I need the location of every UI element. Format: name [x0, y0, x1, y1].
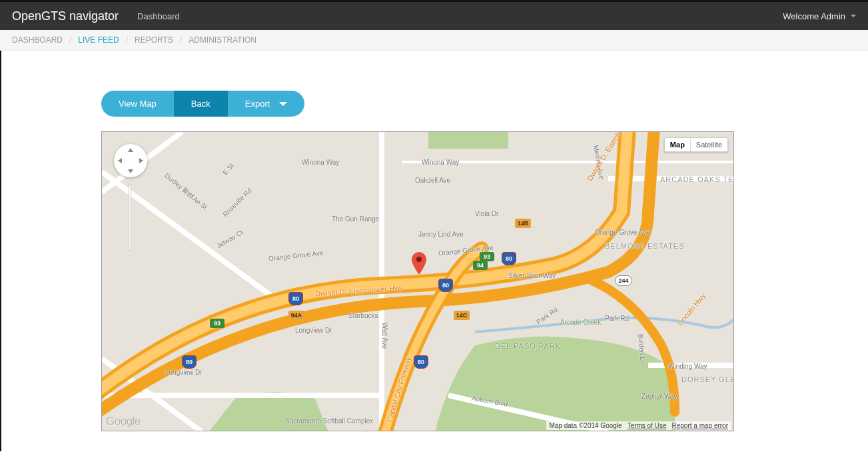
map-type-switcher: Map Satellite	[664, 137, 728, 152]
map-type-satellite[interactable]: Satellite	[691, 138, 727, 151]
shield-94: 94	[473, 261, 488, 270]
action-pillbar: View Map Back Export	[101, 91, 304, 117]
label-zephyr: Zephyr Way	[642, 393, 677, 400]
pan-control[interactable]	[114, 144, 147, 177]
top-navbar: OpenGTS navigator Dashboard Welcome Admi…	[0, 0, 868, 30]
shield-94a: 94A	[288, 311, 304, 320]
map-marker-icon[interactable]	[412, 252, 426, 275]
shield-i80-5: 80	[414, 355, 428, 369]
area-del-paso: DEL PASO PARK	[495, 342, 555, 350]
label-longview2: Longview Dr	[165, 369, 203, 376]
label-softball: Sacramento Softball Complex	[285, 417, 373, 425]
report-link[interactable]: Report a map error	[672, 422, 728, 429]
export-label: Export	[245, 99, 270, 109]
area-belmont: BELMONT ESTATES	[605, 242, 665, 250]
label-park2: Park Rd	[605, 315, 629, 322]
label-winding: Winding Way	[668, 363, 707, 370]
welcome-label: Welcome Admin	[783, 11, 845, 21]
shield-i80-4: 80	[182, 355, 197, 369]
crumb-administration[interactable]: ADMINISTRATION	[189, 35, 256, 45]
crumb-reports[interactable]: REPORTS	[135, 35, 173, 45]
label-watt: Watt Ave	[381, 323, 388, 349]
shield-i80-2: 80	[502, 252, 516, 265]
label-creek: Arcade Creek	[560, 319, 601, 326]
chevron-down-icon	[279, 102, 287, 106]
label-oakdell: Oakdell Ave	[415, 177, 450, 184]
map-canvas[interactable]: Map Satellite Winona Way Winona Way Oakd…	[101, 131, 734, 431]
map-data-text: Map data ©2014 Google	[549, 422, 622, 429]
pan-south-icon[interactable]	[128, 169, 133, 173]
export-button[interactable]: Export	[228, 91, 305, 117]
back-button[interactable]: Back	[174, 91, 228, 117]
welcome-user-dropdown[interactable]: Welcome Admin	[783, 11, 856, 21]
brand[interactable]: OpenGTS navigator	[12, 9, 119, 23]
label-silver: Silver Spur Way	[508, 272, 556, 279]
shield-14b: 14B	[515, 219, 531, 228]
google-logo: Google	[106, 415, 141, 428]
pan-west-icon[interactable]	[118, 158, 122, 163]
nav-dashboard[interactable]: Dashboard	[137, 11, 180, 21]
svg-point-3	[416, 257, 422, 262]
caret-down-icon	[851, 15, 856, 17]
label-winona-1: Winona Way	[302, 159, 339, 166]
shield-i80-3: 80	[288, 292, 303, 305]
breadcrumb: DASHBOARD / LIVE FEED / REPORTS / ADMINI…	[0, 30, 868, 51]
shield-14c: 14C	[454, 311, 470, 320]
crumb-live-feed[interactable]: LIVE FEED	[78, 35, 119, 45]
zoom-slider[interactable]	[129, 184, 131, 251]
terms-link[interactable]: Terms of Use	[628, 422, 667, 429]
shield-93-1: 93	[210, 319, 224, 328]
label-longview1: Longview Dr	[295, 327, 332, 334]
pan-north-icon[interactable]	[128, 148, 133, 152]
map-attribution: Map data ©2014 Google Terms of Use Repor…	[546, 421, 731, 430]
map-type-map[interactable]: Map	[665, 138, 691, 151]
view-map-button[interactable]: View Map	[101, 91, 174, 117]
shield-93-2: 93	[480, 252, 494, 261]
label-gun-range: The Gun Range	[332, 215, 379, 223]
label-winona-2: Winona Way	[422, 159, 459, 166]
crumb-dashboard[interactable]: DASHBOARD	[12, 35, 63, 45]
label-og3: Orange Grove Ave	[595, 229, 650, 236]
label-starbucks: Starbucks	[348, 312, 378, 319]
area-dorsey: DORSEY GLENN	[681, 375, 734, 383]
svg-rect-0	[428, 132, 508, 149]
area-arcade-oaks: ARCADE OAKS TERRACE	[660, 175, 720, 183]
label-viola: Viola Dr	[475, 210, 498, 217]
label-jenny: Jenny Lind Ave	[418, 231, 464, 238]
pan-east-icon[interactable]	[139, 158, 143, 163]
shield-i80-1: 80	[438, 279, 453, 292]
shield-244: 244	[615, 275, 632, 286]
